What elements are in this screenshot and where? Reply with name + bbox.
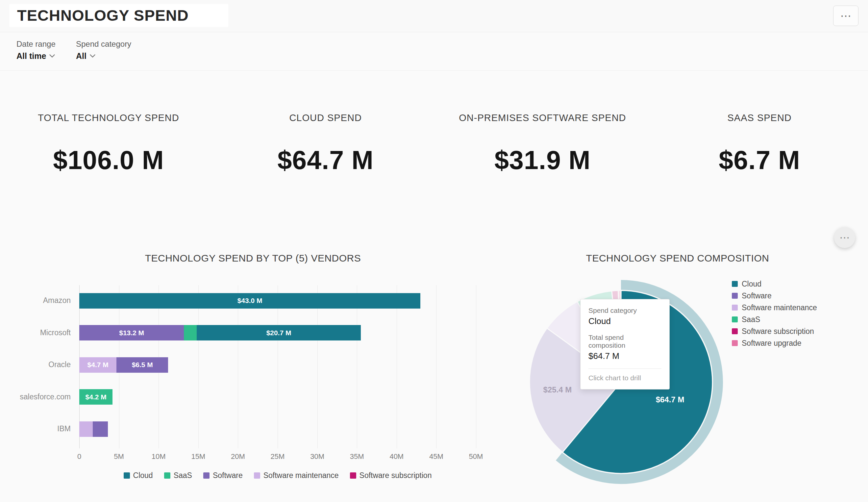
- bar-tick-label: 40M: [390, 452, 404, 461]
- bar-tick-label: 0: [77, 452, 81, 461]
- bar-category-label: Amazon: [17, 296, 71, 305]
- tooltip-measure-value: $64.7 M: [588, 351, 661, 361]
- bar-gridline: [397, 285, 397, 448]
- legend-item[interactable]: Software maintenance: [254, 471, 339, 480]
- bar-segment[interactable]: $20.7 M: [197, 325, 361, 340]
- charts-section: TECHNOLOGY SPEND BY TOP (5) VENDORS 05M1…: [0, 244, 868, 502]
- page-title: TECHNOLOGY SPEND: [9, 4, 228, 27]
- legend-item[interactable]: Software upgrade: [732, 337, 817, 349]
- kpi-total-technology-spend: TOTAL TECHNOLOGY SPEND $106.0 M: [0, 113, 217, 175]
- bar-segment[interactable]: [79, 421, 93, 437]
- bar-gridline: [278, 285, 278, 448]
- bar-segment-label: $20.7 M: [266, 329, 291, 337]
- bar-segment[interactable]: [184, 325, 197, 340]
- legend-swatch: [732, 317, 738, 322]
- tooltip-field-value: Cloud: [588, 316, 661, 326]
- bar-segment-label: $4.7 M: [87, 361, 108, 369]
- kpi-label: SAAS SPEND: [651, 113, 868, 123]
- legend-item[interactable]: Cloud: [124, 471, 153, 480]
- kpi-label: CLOUD SPEND: [217, 113, 434, 123]
- legend-item[interactable]: Software maintenance: [732, 302, 817, 314]
- filter-date-range-value[interactable]: All time: [17, 51, 55, 61]
- filter-spend-category[interactable]: Spend category All: [76, 32, 131, 61]
- legend-swatch: [254, 472, 260, 479]
- legend-label: Software subscription: [360, 471, 432, 480]
- ellipsis-icon: ⋯: [840, 9, 851, 22]
- filter-spend-category-value[interactable]: All: [76, 51, 131, 61]
- kpi-saas-spend: SAAS SPEND $6.7 M: [651, 113, 868, 175]
- bar-category-label: salesforce.com: [17, 392, 71, 401]
- legend-item[interactable]: SaaS: [732, 314, 817, 325]
- bar-gridline: [317, 285, 318, 448]
- legend-label: Software maintenance: [742, 303, 817, 312]
- bar-gridline: [436, 285, 436, 448]
- bar-segment-label: $43.0 M: [237, 297, 262, 305]
- composition-pie-chart: TECHNOLOGY SPEND COMPOSITION $64.7 M$25.…: [506, 244, 868, 502]
- legend-item[interactable]: Software: [732, 290, 817, 302]
- bar-segment-label: $4.2 M: [85, 393, 106, 401]
- tooltip-measure-label: Total spend composition: [588, 334, 661, 349]
- legend-label: Software maintenance: [264, 471, 339, 480]
- legend-label: Software subscription: [742, 327, 814, 336]
- pie-slice-label: $25.4 M: [544, 385, 572, 394]
- bar-plot[interactable]: 05M10M15M20M25M30M35M40M45M50M$43.0 M$13…: [79, 285, 476, 448]
- pie-chart-title: TECHNOLOGY SPEND COMPOSITION: [506, 253, 849, 264]
- bar-segment[interactable]: $13.2 M: [79, 325, 184, 340]
- pie-slice-label: $64.7 M: [656, 395, 684, 404]
- legend-swatch: [732, 328, 738, 334]
- kpi-row: TOTAL TECHNOLOGY SPEND $106.0 M CLOUD SP…: [0, 113, 868, 175]
- bar-segment[interactable]: $4.2 M: [79, 389, 113, 404]
- bar-chart-legend: CloudSaaSSoftwareSoftware maintenanceSof…: [79, 471, 476, 480]
- bar-gridline: [476, 285, 476, 448]
- kpi-value: $6.7 M: [651, 145, 868, 175]
- tooltip-divider: [588, 368, 661, 369]
- bar-tick-label: 15M: [191, 452, 205, 461]
- bar-segment[interactable]: [93, 421, 108, 437]
- filter-date-range-label: Date range: [17, 40, 55, 49]
- bar-tick-label: 5M: [114, 452, 124, 461]
- header-menu-button[interactable]: ⋯: [833, 6, 858, 26]
- bar-tick-label: 50M: [469, 452, 483, 461]
- bar-segment[interactable]: $4.7 M: [79, 357, 116, 373]
- vendors-bar-chart: TECHNOLOGY SPEND BY TOP (5) VENDORS 05M1…: [17, 244, 489, 502]
- legend-label: Software upgrade: [742, 339, 802, 348]
- bar-segment[interactable]: $43.0 M: [79, 293, 420, 309]
- kpi-cloud-spend: CLOUD SPEND $64.7 M: [217, 113, 434, 175]
- legend-item[interactable]: SaaS: [164, 471, 192, 480]
- legend-item[interactable]: Cloud: [732, 278, 817, 290]
- legend-label: Cloud: [133, 471, 153, 480]
- kpi-label: ON-PREMISES SOFTWARE SPEND: [434, 113, 651, 123]
- legend-swatch: [203, 472, 209, 479]
- bar-chart-title: TECHNOLOGY SPEND BY TOP (5) VENDORS: [17, 253, 489, 264]
- legend-swatch: [350, 472, 356, 479]
- legend-swatch: [164, 472, 170, 479]
- bar-gridline: [357, 285, 357, 448]
- kpi-label: TOTAL TECHNOLOGY SPEND: [0, 113, 217, 123]
- legend-swatch: [124, 472, 130, 479]
- bar-category-label: Oracle: [17, 360, 71, 369]
- bar-segment-label: $6.5 M: [132, 361, 153, 369]
- bar-segment-label: $13.2 M: [119, 329, 144, 337]
- legend-label: SaaS: [742, 315, 760, 324]
- legend-item[interactable]: Software subscription: [732, 325, 817, 337]
- legend-swatch: [732, 305, 738, 310]
- legend-item[interactable]: Software subscription: [350, 471, 432, 480]
- bar-tick-label: 25M: [271, 452, 285, 461]
- filter-date-range[interactable]: Date range All time: [17, 32, 55, 61]
- bar-tick-label: 35M: [350, 452, 364, 461]
- chevron-down-icon: [49, 54, 55, 58]
- sheet-title-box[interactable]: TECHNOLOGY SPEND: [9, 4, 228, 27]
- legend-swatch: [732, 281, 738, 287]
- technology-spend-dashboard: TECHNOLOGY SPEND ⋯ Date range All time S…: [0, 0, 868, 502]
- bar-tick-label: 20M: [231, 452, 245, 461]
- filter-spend-category-label: Spend category: [76, 40, 131, 49]
- legend-swatch: [732, 293, 738, 299]
- bar-category-label: IBM: [17, 424, 71, 433]
- bar-segment[interactable]: $6.5 M: [116, 357, 168, 373]
- kpi-value: $31.9 M: [434, 145, 651, 175]
- legend-swatch: [732, 340, 738, 346]
- bar-gridline: [238, 285, 238, 448]
- tooltip-field-label: Spend category: [588, 307, 661, 315]
- chevron-down-icon: [90, 54, 95, 58]
- legend-item[interactable]: Software: [203, 471, 243, 480]
